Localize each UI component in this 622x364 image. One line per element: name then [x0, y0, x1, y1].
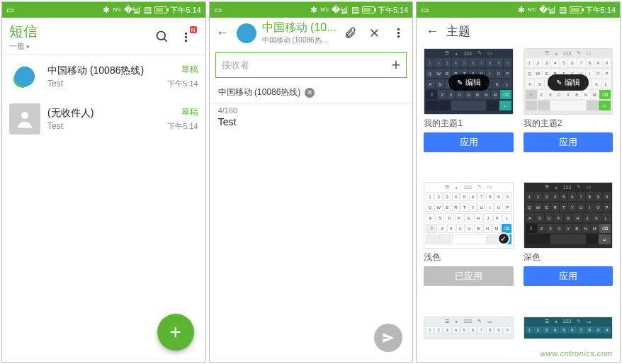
themes-title: 主题 — [446, 23, 470, 40]
battery-icon — [362, 6, 375, 13]
back-button[interactable]: ← — [424, 24, 441, 39]
nfc-icon: Nᶠc — [320, 7, 329, 13]
theme-card: ☰⬥123✎▭1234567890QWERTYUIOPASDFGHJKL⇧ZXC… — [524, 48, 613, 175]
screen-themes: ▭ ✱ Nᶠc �널 ▤ 下午5:14 ← 主题 ☰⬥123✎▭12345678… — [416, 1, 621, 363]
selected-check-icon: ✓ — [497, 232, 510, 245]
message-preview: Test — [47, 79, 160, 89]
battery-icon — [154, 6, 167, 13]
attach-button[interactable] — [340, 23, 360, 43]
sms-title: 短信 — [9, 22, 150, 41]
apply-theme-button[interactable]: 应用 — [524, 132, 613, 152]
wifi-icon: �널 — [332, 6, 349, 14]
message-body-input[interactable]: Test — [210, 116, 413, 127]
recipient-chip[interactable]: 中国移动 (10086热线) — [218, 86, 301, 98]
theme-name: 我的主题1 — [424, 118, 513, 130]
recipient-input-wrap[interactable]: 接收者 + — [215, 52, 407, 78]
message-sender: (无收件人) — [47, 107, 160, 120]
theme-name: 深色 — [524, 251, 613, 263]
message-row[interactable]: 中国移动 (10086热线) Test 草稿 下午5:14 — [2, 55, 205, 98]
status-bar: ▭ ✱ Nᶠc �널 ▤ 下午5:14 — [2, 2, 205, 18]
edit-theme-button[interactable]: ✎编辑 — [448, 74, 490, 91]
compose-subtitle: 中国移动 (10086热... — [262, 35, 337, 45]
sim-icon: ▤ — [144, 6, 152, 14]
message-preview: Test — [47, 121, 160, 131]
keyboard-preview[interactable]: ☰⬥123✎▭1234567890QWERTYUIOPASDFGHJKL⇧ZXC… — [524, 182, 613, 249]
sms-header: 短信 一般 ▾ N — [2, 18, 205, 55]
add-recipient-button[interactable]: + — [391, 56, 400, 74]
indicator-icon: ▭ — [421, 6, 429, 14]
avatar-china-mobile — [9, 61, 40, 92]
message-time: 下午5:14 — [167, 79, 198, 89]
apply-theme-button[interactable]: 应用 — [524, 266, 613, 286]
edit-theme-button[interactable]: ✎编辑 — [548, 74, 589, 91]
status-bar: ▭ ✱ Nᶠc �널 ▤ 下午5:14 — [417, 2, 620, 18]
recipient-chip-row: 中国移动 (10086热线) ✕ — [210, 82, 413, 103]
compose-title: 中国移动 (10... — [262, 21, 337, 35]
nfc-icon: Nᶠc — [528, 7, 536, 13]
message-sender: 中国移动 (10086热线) — [47, 64, 160, 77]
indicator-icon: ▭ — [6, 6, 14, 14]
screen-compose: ▭ ✱ Nᶠc �널 ▤ 下午5:14 ← 中国移动 (10... 中国移动 (… — [209, 1, 414, 363]
notification-badge: N — [190, 26, 197, 33]
svg-line-1 — [164, 39, 166, 42]
theme-name: 我的主题2 — [524, 118, 613, 130]
message-time: 下午5:14 — [167, 121, 198, 132]
screen-sms-list: ▭ ✱ Nᶠc �널 ▤ 下午5:14 短信 一般 ▾ N 中国移动 — [1, 1, 206, 363]
nfc-icon: Nᶠc — [113, 7, 121, 13]
sim-icon: ▤ — [559, 6, 567, 14]
draft-label: 草稿 — [167, 106, 198, 118]
keyboard-preview[interactable]: ☰⬥123✎▭1234567890QWERTYUIOPASDFGHJKL⇧ZXC… — [524, 48, 613, 115]
remove-chip-button[interactable]: ✕ — [305, 88, 315, 98]
bluetooth-icon: ✱ — [310, 6, 317, 14]
keyboard-preview[interactable]: ☰⬥123✎▭1234567890QWERTYUIOPASDFGHJKL⇧ZXC… — [424, 48, 513, 115]
status-time: 下午5:14 — [170, 5, 200, 16]
theme-card: ☰⬥123✎▭1234567890QWERTYUIOPASDFGHJKL⇧ZXC… — [524, 317, 613, 362]
bluetooth-icon: ✱ — [103, 6, 110, 14]
status-time: 下午5:14 — [378, 5, 408, 16]
bluetooth-icon: ✱ — [518, 6, 525, 14]
compose-header: ← 中国移动 (10... 中国移动 (10086热... ✕ — [210, 18, 413, 48]
apply-theme-button[interactable]: 应用 — [424, 132, 513, 152]
compose-fab[interactable]: + — [157, 314, 194, 351]
sms-filter-dropdown[interactable]: 一般 ▾ — [9, 41, 150, 52]
theme-grid[interactable]: ☰⬥123✎▭1234567890QWERTYUIOPASDFGHJKL⇧ZXC… — [417, 45, 620, 362]
indicator-icon: ▭ — [214, 6, 222, 14]
theme-name: 浅色 — [424, 251, 513, 263]
overflow-menu-button[interactable] — [388, 23, 408, 43]
themes-header: ← 主题 — [417, 18, 620, 45]
theme-card: ☰⬥123✎▭1234567890QWERTYUIOPASDFGHJKL⇧ZXC… — [424, 182, 513, 309]
chevron-down-icon: ▾ — [26, 43, 30, 50]
close-button[interactable]: ✕ — [364, 23, 384, 43]
avatar-anonymous — [9, 103, 40, 135]
recipient-input[interactable]: 接收者 — [222, 59, 392, 72]
status-time: 下午5:14 — [585, 5, 616, 16]
overflow-menu-button[interactable]: N — [174, 25, 198, 49]
message-row[interactable]: (无收件人) Test 草稿 下午5:14 — [2, 98, 205, 140]
keyboard-preview[interactable]: ☰⬥123✎▭1234567890QWERTYUIOPASDFGHJKL⇧ZXC… — [424, 182, 513, 249]
keyboard-preview[interactable]: ☰⬥123✎▭1234567890QWERTYUIOPASDFGHJKL⇧ZXC… — [424, 317, 513, 339]
wifi-icon: �널 — [124, 6, 141, 14]
avatar-china-mobile — [235, 22, 258, 45]
char-counter: 4/160 — [210, 103, 413, 116]
theme-card: ☰⬥123✎▭1234567890QWERTYUIOPASDFGHJKL⇧ZXC… — [424, 317, 513, 362]
back-button[interactable]: ← — [214, 25, 231, 40]
svg-point-2 — [21, 112, 28, 119]
status-bar: ▭ ✱ Nᶠc �널 ▤ 下午5:14 — [210, 2, 413, 18]
svg-point-0 — [157, 32, 165, 40]
theme-card: ☰⬥123✎▭1234567890QWERTYUIOPASDFGHJKL⇧ZXC… — [424, 48, 513, 175]
send-button[interactable] — [374, 324, 402, 352]
battery-icon — [570, 6, 582, 13]
wifi-icon: �널 — [539, 6, 556, 14]
sim-icon: ▤ — [351, 6, 359, 14]
applied-theme-button: 已应用 — [424, 266, 513, 286]
plus-icon: + — [169, 321, 181, 343]
draft-label: 草稿 — [167, 64, 198, 76]
search-button[interactable] — [150, 25, 174, 49]
theme-card: ☰⬥123✎▭1234567890QWERTYUIOPASDFGHJKL⇧ZXC… — [524, 182, 613, 309]
keyboard-preview[interactable]: ☰⬥123✎▭1234567890QWERTYUIOPASDFGHJKL⇧ZXC… — [524, 317, 613, 339]
